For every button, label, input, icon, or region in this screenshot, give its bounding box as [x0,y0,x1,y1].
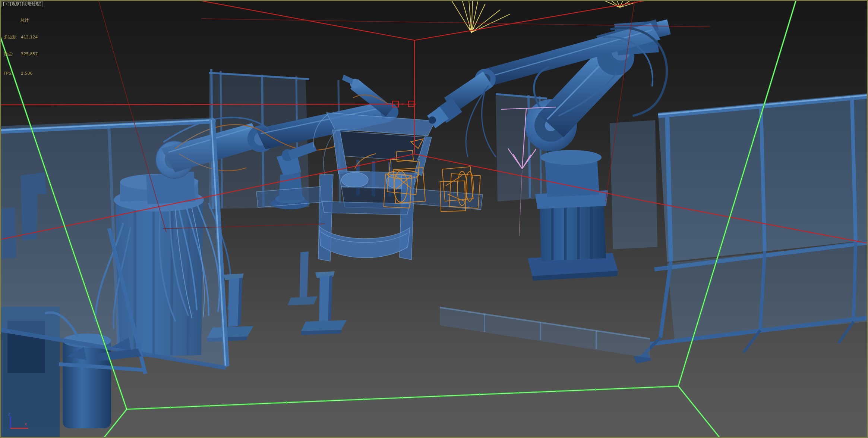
stats-fps-value: 2.506 [21,71,33,76]
stats-polygons-label: 多边形: [4,34,21,40]
fence-leg [853,242,856,322]
lower-brace [322,201,410,215]
viewport-statistics: 总计 多边形: 413,124 顶点: 325,857 FPS: 2.506 [4,6,38,82]
robot-pedestal-column[interactable] [540,201,606,261]
stand-blade [319,276,329,322]
viewport-shading-menu[interactable]: [明暗处理] [22,1,41,7]
viewport-3d[interactable]: z x [+] [观察] [明暗处理] 总计 多边形: 413,124 顶点: … [0,0,868,438]
stats-vertices-label: 顶点: [4,51,21,57]
stand-base [288,296,318,305]
stand-blade [228,278,239,327]
fence-leg [660,261,671,338]
fence-foot [839,322,853,343]
floor-stand[interactable] [288,251,318,305]
tool-tip [429,116,436,124]
tool-nozzle [342,75,353,84]
stand-blade [300,251,309,298]
equipment-cylinder[interactable] [63,339,111,428]
viewport-pov-menu[interactable]: [观察] [10,1,22,7]
strut-tower-left [341,172,368,187]
spotlight-ray-fans[interactable] [452,0,635,32]
z-axis-label: z [8,412,10,416]
glass-panel[interactable] [610,120,657,249]
stats-total-header: 总计 [20,18,38,23]
safety-glass-fence-left[interactable] [0,118,227,374]
spotlight-rays-icon[interactable] [452,0,510,32]
target-dot [402,103,403,105]
low-fence-gate[interactable] [440,307,650,358]
stats-fps-row: FPS: 2.506 [4,71,38,76]
floor-stands[interactable] [207,251,347,342]
stats-polygons-value: 413,124 [21,34,38,40]
bumper-beam [319,226,410,258]
boundary-ticks [171,387,634,409]
stats-vertices-value: 325,857 [21,51,38,57]
stats-fps-label: FPS: [4,71,21,76]
stats-vertices-row: 顶点: 325,857 [4,51,38,57]
viewport-canvas[interactable]: z x [0,0,868,438]
x-axis-label: x [25,422,27,426]
stand-base [301,320,347,331]
viewport-maximize-menu[interactable]: [+] [3,1,10,7]
stats-polygons-row: 多边形: 413,124 [4,34,38,40]
side-sill-right [413,189,483,210]
turntable-top [540,150,602,165]
